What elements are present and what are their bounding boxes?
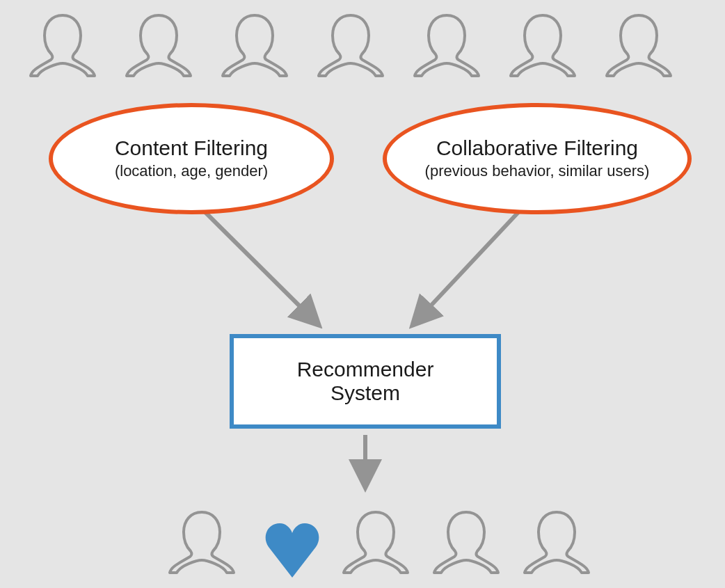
collaborative-filtering-node: Collaborative Filtering (previous behavi…: [383, 103, 692, 214]
heart-icon: [266, 523, 319, 578]
diagram-canvas: Content Filtering (location, age, gender…: [0, 0, 725, 588]
collaborative-filtering-title: Collaborative Filtering: [436, 137, 638, 159]
arrow-collab-to-recommender: [415, 212, 518, 323]
recommender-line1: Recommender: [297, 358, 434, 382]
user-icon: [434, 512, 498, 573]
recommender-system-node: Recommender System: [230, 334, 501, 429]
user-icon: [127, 15, 191, 76]
user-icon: [607, 15, 671, 76]
bottom-output-row: [170, 512, 589, 578]
user-icon: [525, 512, 589, 573]
user-icon: [511, 15, 575, 76]
recommender-line2: System: [330, 381, 400, 406]
arrow-content-to-recommender: [205, 212, 317, 323]
user-icon: [223, 15, 287, 76]
content-filtering-title: Content Filtering: [115, 137, 268, 159]
top-users-row: [31, 15, 671, 76]
content-filtering-node: Content Filtering (location, age, gender…: [49, 103, 334, 214]
svg-layer: [0, 0, 725, 588]
user-icon: [415, 15, 479, 76]
user-icon: [319, 15, 383, 76]
collaborative-filtering-subtitle: (previous behavior, similar users): [425, 162, 650, 180]
user-icon: [344, 512, 408, 573]
user-icon: [170, 512, 234, 573]
content-filtering-subtitle: (location, age, gender): [115, 162, 268, 180]
user-icon: [31, 15, 95, 76]
